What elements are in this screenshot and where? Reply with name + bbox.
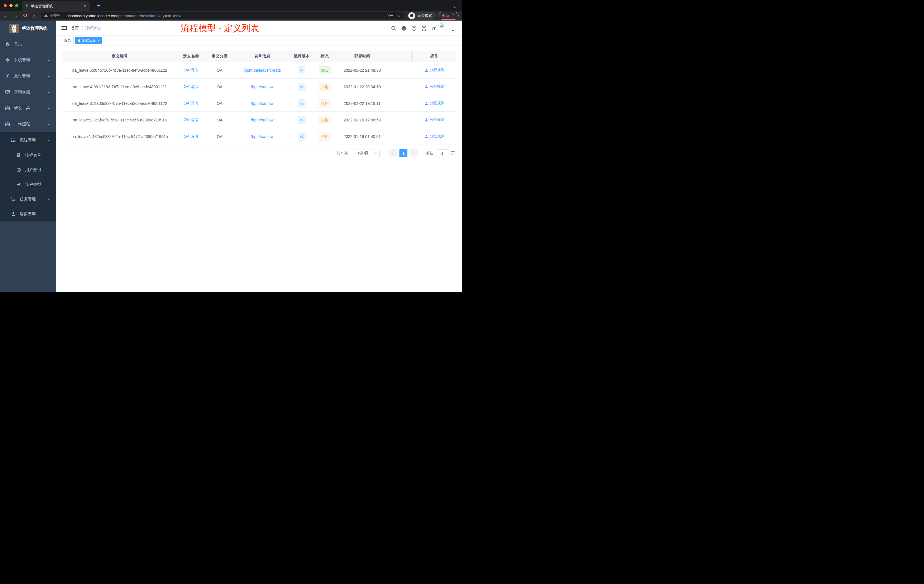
chrome-update-button[interactable]: 更新 ⋮	[439, 12, 459, 20]
user-face-icon	[16, 167, 21, 172]
assign-rule-button[interactable]: 分配规则	[424, 68, 445, 73]
sidebar-item-payment[interactable]: ¥ 支付管理	[0, 68, 56, 84]
reload-button[interactable]	[23, 13, 27, 18]
minimize-window-button[interactable]	[10, 4, 13, 7]
sidebar-fold-icon[interactable]	[61, 26, 67, 31]
new-tab-button[interactable]: +	[95, 2, 103, 10]
url-bar[interactable]: 不安全 dashboard.yudao.iocoder.cn /bpm/mana…	[41, 12, 404, 20]
definition-name-link[interactable]: OA 请假	[184, 101, 198, 106]
page-unit-label: 页	[451, 150, 455, 156]
assign-rule-button[interactable]: 分配规则	[424, 117, 445, 122]
sidebar-item-system[interactable]: 系统管理	[0, 52, 56, 68]
close-window-button[interactable]	[4, 4, 7, 7]
cell-id: oa_leave:2:3c1f0ef1-76b1-11ec-9c66-a2380…	[62, 112, 177, 128]
incognito-badge: 无痕模式	[408, 12, 436, 20]
header-filler	[389, 51, 413, 62]
chevron-down-icon	[48, 106, 51, 110]
toolbox-icon	[5, 106, 10, 111]
tag-close-icon[interactable]: ×	[97, 39, 99, 42]
briefcase-icon	[5, 122, 10, 127]
page-size-select[interactable]: 10条/页	[353, 149, 380, 157]
zoom-window-button[interactable]	[15, 4, 18, 7]
cell-category: OA	[205, 95, 234, 112]
gear-icon	[5, 58, 10, 63]
cell-deploy-time: 2022-01-22 20:34:10	[336, 79, 389, 95]
sidebar-item-home[interactable]: 首页	[0, 36, 56, 52]
sidebar-item-process-form[interactable]: 流程表单	[0, 148, 56, 163]
sidebar-item-process-management[interactable]: 流程管理	[0, 132, 56, 148]
update-label[interactable]: 更新	[442, 13, 449, 18]
avatar[interactable]	[439, 23, 449, 33]
search-icon[interactable]	[391, 26, 396, 32]
definition-name-link[interactable]: OA 请假	[184, 84, 198, 89]
password-key-icon[interactable]	[388, 13, 393, 18]
table-row: oa_leave:5:004b710b-7b8a-11ec-8ef0-acde4…	[62, 62, 456, 79]
assign-rule-button[interactable]: 分配规则	[424, 101, 445, 106]
tab-search-chevron-icon[interactable]	[453, 4, 456, 10]
prev-page-button[interactable]: ‹	[389, 149, 397, 157]
form-link[interactable]: /bpm/oa/flow	[251, 118, 274, 122]
incognito-icon	[408, 12, 415, 19]
fullscreen-icon[interactable]	[421, 26, 427, 32]
user-icon	[424, 68, 428, 72]
current-page-button[interactable]: 1	[399, 149, 408, 157]
bookmark-star-icon[interactable]: ☆	[397, 13, 401, 18]
header-status: 状态	[314, 51, 336, 62]
incognito-label: 无痕模式	[417, 13, 432, 18]
app-root: 芋道管理系统 首页 系统管理 ¥ 支付管理	[0, 21, 462, 292]
security-label[interactable]: 不安全	[50, 13, 61, 18]
forward-button[interactable]: →	[13, 13, 18, 18]
form-link[interactable]: /bpm/oa/flow	[251, 84, 274, 89]
version-badge: v5	[298, 66, 306, 74]
sidebar-item-user-group[interactable]: 用户分组	[0, 163, 56, 177]
github-icon[interactable]	[401, 25, 407, 32]
svg-text:?: ?	[413, 26, 415, 30]
sidebar-item-infrastructure[interactable]: 基础设施	[0, 84, 56, 100]
sidebar-item-task-management[interactable]: 任务管理	[0, 192, 56, 206]
browser-menu-kebab-icon[interactable]: ⋮	[451, 13, 455, 18]
cell-id: oa_leave:1:482ec033-762a-11ec-8477-a2380…	[62, 128, 177, 145]
cell-category: OA	[205, 128, 234, 145]
url-host: dashboard.yudao.iocoder.cn	[66, 14, 115, 18]
form-link[interactable]: /bpm/oa/leave/create	[243, 68, 281, 73]
assign-rule-button[interactable]: 分配规则	[424, 84, 445, 89]
home-button[interactable]: ⌂	[32, 13, 35, 18]
definition-name-link[interactable]: OA 请假	[184, 68, 198, 72]
avatar-caret-down-icon[interactable]	[451, 27, 454, 33]
header-category: 定义分类	[205, 51, 234, 62]
user-icon	[424, 135, 428, 138]
yen-icon: ¥	[5, 74, 10, 79]
goto-page-input[interactable]	[436, 149, 449, 157]
tag-home[interactable]: 首页	[61, 37, 74, 44]
person-icon	[11, 212, 16, 216]
tab-close-icon[interactable]: ×	[83, 4, 87, 9]
user-icon	[424, 118, 428, 122]
browser-tab[interactable]: 芋道管理系统 ×	[22, 2, 90, 11]
sidebar-item-workflow[interactable]: 工作流程	[0, 116, 56, 132]
tag-process-definition[interactable]: 流程定义 ×	[75, 37, 102, 44]
sidebar-item-devtools[interactable]: 研发工具	[0, 100, 56, 116]
sidebar-item-leave-query[interactable]: 请假查询	[0, 206, 56, 221]
back-button[interactable]: ←	[3, 13, 8, 18]
page-title: 流程模型 - 定义列表	[181, 22, 259, 34]
font-size-icon[interactable]: TT	[431, 26, 436, 31]
form-link[interactable]: /bpm/oa/flow	[251, 101, 274, 106]
chevron-down-icon	[374, 152, 377, 154]
cell-id: oa_leave:4:991f2193-7b7f-11ec-a3c8-acde4…	[62, 79, 177, 95]
form-link[interactable]: /bpm/oa/flow	[251, 134, 274, 139]
breadcrumb-home[interactable]: 首页	[71, 26, 79, 31]
security-warning-icon[interactable]	[44, 13, 48, 18]
next-page-button[interactable]: ›	[410, 149, 418, 157]
table-header-row: 定义编号 定义名称 定义分类 表单信息 流程版本 状态 部署时间 操作	[62, 51, 456, 62]
pagination-total: 共 5 条	[337, 150, 348, 156]
cell-deploy-time: 2022-01-16 01:40:51	[336, 128, 389, 145]
paper-plane-icon	[16, 182, 21, 187]
form-pen-icon	[16, 153, 21, 158]
sidebar-item-process-model[interactable]: 流程模型	[0, 177, 56, 192]
status-badge: 挂起	[318, 116, 330, 124]
definition-name-link[interactable]: OA 请假	[184, 134, 198, 139]
definition-name-link[interactable]: OA 请假	[184, 117, 198, 122]
help-question-icon[interactable]: ?	[411, 26, 417, 32]
assign-rule-button[interactable]: 分配规则	[424, 134, 445, 139]
sidebar-logo[interactable]: 芋道管理系统	[0, 21, 56, 36]
